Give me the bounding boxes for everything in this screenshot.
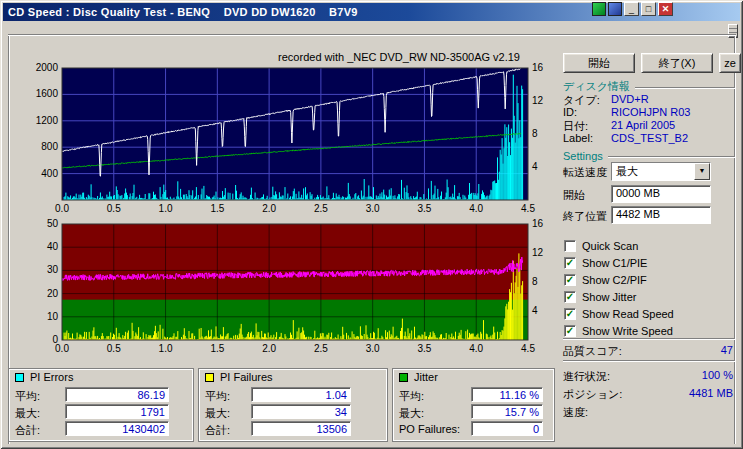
top-divider [8,34,736,36]
svg-text:2.0: 2.0 [262,203,276,214]
speed-select[interactable]: 最大 ▼ [611,162,711,181]
checkbox-box[interactable]: ✓ [564,291,576,303]
svg-text:2.0: 2.0 [262,343,276,354]
svg-text:20: 20 [47,288,59,299]
checkbox-quick-scan[interactable]: Quick Scan [564,239,638,253]
po-failures-value: 0 [471,421,543,436]
quality-test-charts: 2000160012008004001612840.00.51.01.52.02… [0,40,560,358]
avg-label: 平均: [205,389,230,404]
checkbox-label: Show Read Speed [582,308,674,320]
disc-date-value: 21 April 2005 [611,119,675,131]
checkbox-box[interactable] [564,240,576,252]
svg-text:1.5: 1.5 [210,203,224,214]
disc-type-value: DVD+R [611,93,649,105]
checkbox-show-jitter[interactable]: ✓ Show Jitter [564,290,636,304]
titlebar-controls: _ □ ✕ [592,2,673,16]
clipped-button[interactable]: ze [719,53,741,73]
status-divider-top [563,338,735,340]
checkbox-label: Show Jitter [582,291,636,303]
pi-failures-title: PI Failures [220,371,273,383]
checkbox-box[interactable]: ✓ [564,274,576,286]
svg-text:12: 12 [532,247,544,258]
jitter-panel: Jitter 平均: 11.16 % 最大: 15.7 % PO Failure… [392,368,555,442]
svg-text:recorded with _NEC DVD_RW: recorded with _NEC DVD_RW ND-3500AG v2.1… [278,51,520,63]
disc-label-value: CDS_TEST_B2 [611,132,688,144]
settings-title: Settings [563,150,603,162]
progress-label: 進行状況: [563,369,610,384]
svg-text:8: 8 [532,276,538,287]
end-position-field[interactable]: 4482 MB [611,206,711,224]
total-label: 合計: [15,423,40,438]
checkbox-box[interactable]: ✓ [564,325,576,337]
window-title: CD Speed : Disc Quality Test - BENQ DVD … [8,6,358,18]
chevron-down-icon[interactable]: ▼ [694,163,710,180]
total-value: 1430402 [65,421,169,436]
disc-label-label: Label: [563,132,593,144]
avg-value: 1.04 [251,387,351,402]
svg-text:800: 800 [41,141,58,152]
max-label: 最大: [15,406,40,421]
status-divider-bottom [563,360,735,362]
svg-text:10: 10 [47,311,59,322]
avg-value: 11.16 % [471,387,543,402]
jitter-title: Jitter [414,371,438,383]
pi-failures-panel: PI Failures 平均: 1.04 最大: 34 合計: 13506 [198,368,388,442]
checkbox-label: Show C2/PIF [582,274,647,286]
right-divider [734,36,736,444]
pi-errors-panel: PI Errors 平均: 86.19 最大: 1791 合計: 1430402 [8,368,194,442]
svg-text:0.0: 0.0 [55,343,69,354]
close-button[interactable]: ✕ [658,2,673,16]
max-label: 最大: [205,406,230,421]
svg-text:2.5: 2.5 [314,203,328,214]
total-label: 合計: [205,423,230,438]
chart-icon[interactable] [592,2,606,16]
max-value: 15.7 % [471,404,543,419]
disc-info-title: ディスク情報 [563,79,630,94]
avg-label: 平均: [15,389,40,404]
disc-info-header: ディスク情報 [563,79,735,94]
svg-text:0.0: 0.0 [55,203,69,214]
svg-text:1200: 1200 [36,115,59,126]
svg-text:3.0: 3.0 [366,343,380,354]
svg-text:3.5: 3.5 [417,203,431,214]
svg-text:2.5: 2.5 [314,343,328,354]
app-window: CD Speed : Disc Quality Test - BENQ DVD … [0,0,743,449]
settings-header: Settings [563,150,735,162]
disc-icon[interactable] [608,2,622,16]
checkbox-show-c2-pif[interactable]: ✓ Show C2/PIF [564,273,647,287]
checkbox-label: Quick Scan [582,240,638,252]
maximize-button[interactable]: □ [641,2,656,16]
checkbox-label: Show C1/PIE [582,257,647,269]
max-value: 34 [251,404,351,419]
avg-label: 平均: [399,389,424,404]
po-failures-label: PO Failures: [399,423,460,435]
exit-button[interactable]: 終了(X) [641,53,713,73]
pi-errors-swatch-icon [15,373,24,382]
checkbox-box[interactable]: ✓ [564,257,576,269]
pi-failures-swatch-icon [205,373,214,382]
checkbox-box[interactable]: ✓ [564,308,576,320]
svg-text:3.0: 3.0 [366,203,380,214]
svg-text:40: 40 [47,241,59,252]
svg-text:30: 30 [47,264,59,275]
minimize-button[interactable]: _ [624,2,639,16]
svg-text:1.0: 1.0 [159,203,173,214]
transfer-speed-label: 転送速度 [563,165,607,180]
svg-text:50: 50 [47,218,59,229]
svg-text:4: 4 [532,305,538,316]
svg-text:3.5: 3.5 [417,343,431,354]
svg-text:4.5: 4.5 [521,343,535,354]
checkbox-label: Show Write Speed [582,325,673,337]
checkbox-show-write-speed[interactable]: ✓ Show Write Speed [564,324,673,338]
svg-text:0.5: 0.5 [107,343,121,354]
start-position-field[interactable]: 0000 MB [611,185,711,203]
svg-text:4.5: 4.5 [521,203,535,214]
speed-label: 速度: [563,405,588,420]
speed-select-value: 最大 [612,163,694,180]
svg-text:1.0: 1.0 [159,343,173,354]
checkbox-show-read-speed[interactable]: ✓ Show Read Speed [564,307,674,321]
disc-id-value: RICOHJPN R03 [611,106,690,118]
checkbox-show-c1-pie[interactable]: ✓ Show C1/PIE [564,256,647,270]
svg-text:1.5: 1.5 [210,343,224,354]
start-button[interactable]: 開始 [563,53,635,73]
